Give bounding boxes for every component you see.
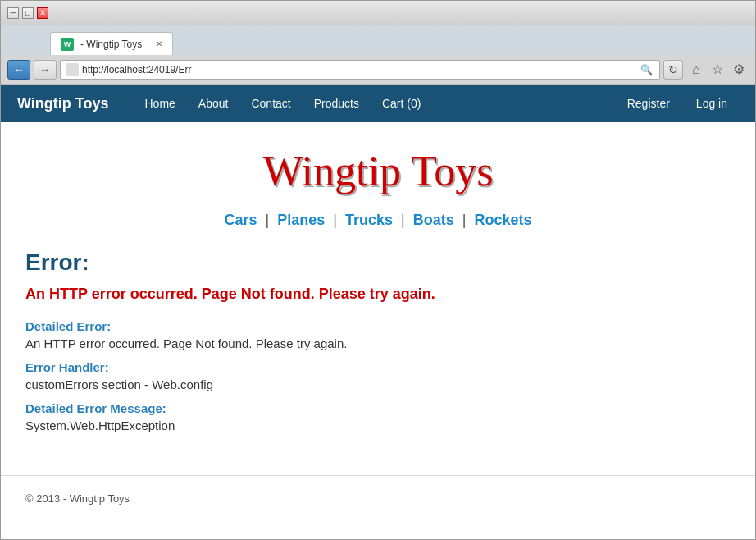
cart-link[interactable]: Cart (0): [371, 85, 432, 122]
back-button[interactable]: ←: [7, 60, 30, 80]
error-message-label: Detailed Error Message:: [25, 401, 731, 415]
about-link[interactable]: About: [187, 85, 240, 122]
site-title-text: Wingtip Toys: [263, 148, 494, 194]
toolbar-icons: ⌂ ☆ ⚙: [686, 60, 749, 80]
sep-4: |: [462, 212, 471, 228]
title-bar: ─ □ ✕: [1, 1, 755, 25]
rockets-category-link[interactable]: Rockets: [474, 212, 531, 228]
category-nav: Cars | Planes | Trucks | Boats | Rockets: [25, 212, 731, 229]
error-heading: Error:: [25, 249, 731, 276]
footer: © 2013 - Wingtip Toys: [1, 475, 755, 521]
cars-category-link[interactable]: Cars: [225, 212, 257, 228]
address-text[interactable]: http://localhost:24019/Err: [82, 64, 635, 76]
contact-link[interactable]: Contact: [239, 85, 302, 122]
register-link[interactable]: Register: [616, 85, 681, 122]
tab-label: - Wingtip Toys: [80, 39, 142, 50]
page-content: Wingtip Toys Home About Contact Products…: [1, 85, 755, 539]
favorites-icon[interactable]: ☆: [708, 60, 727, 80]
active-tab[interactable]: W - Wingtip Toys ✕: [50, 32, 173, 55]
site-title: Wingtip Toys: [25, 147, 731, 195]
error-handler-label: Error Handler:: [25, 360, 731, 374]
forward-button[interactable]: →: [34, 60, 57, 80]
settings-icon[interactable]: ⚙: [729, 60, 749, 80]
trucks-category-link[interactable]: Trucks: [345, 212, 393, 228]
close-button[interactable]: ✕: [37, 7, 48, 19]
sep-3: |: [401, 212, 409, 228]
navbar-links: Home About Contact Products Cart (0): [134, 85, 433, 122]
address-favicon: [66, 63, 79, 76]
address-input-wrap: http://localhost:24019/Err 🔍: [60, 60, 660, 80]
detailed-error-label: Detailed Error:: [25, 319, 731, 333]
tab-favicon: W: [61, 38, 74, 51]
navbar: Wingtip Toys Home About Contact Products…: [1, 85, 755, 122]
footer-text: © 2013 - Wingtip Toys: [25, 492, 130, 505]
minimize-button[interactable]: ─: [7, 7, 19, 19]
sep-1: |: [266, 212, 274, 228]
navbar-brand[interactable]: Wingtip Toys: [17, 95, 109, 112]
error-message-value: System.Web.HttpException: [25, 419, 731, 432]
address-bar: ← → http://localhost:24019/Err 🔍 ↻ ⌂ ☆ ⚙: [1, 55, 755, 85]
maximize-button[interactable]: □: [22, 7, 34, 19]
home-link[interactable]: Home: [134, 85, 187, 122]
address-search-icon[interactable]: 🔍: [638, 62, 654, 78]
boats-category-link[interactable]: Boats: [413, 212, 454, 228]
sep-2: |: [333, 212, 341, 228]
home-toolbar-icon[interactable]: ⌂: [686, 60, 706, 80]
refresh-button[interactable]: ↻: [663, 60, 683, 80]
navbar-right: Register Log in: [616, 85, 739, 122]
error-message: An HTTP error occurred. Page Not found. …: [25, 286, 731, 303]
tab-close-button[interactable]: ✕: [156, 39, 162, 48]
browser-frame: ─ □ ✕ W - Wingtip Toys ✕ ← → http://loca…: [0, 0, 756, 540]
detailed-error-value: An HTTP error occurred. Page Not found. …: [25, 336, 731, 350]
planes-category-link[interactable]: Planes: [277, 212, 325, 228]
login-link[interactable]: Log in: [685, 85, 739, 122]
tab-bar: W - Wingtip Toys ✕: [1, 25, 755, 55]
products-link[interactable]: Products: [303, 85, 371, 122]
main-content: Wingtip Toys Cars | Planes | Trucks | Bo…: [1, 122, 755, 459]
error-handler-value: customErrors section - Web.config: [25, 378, 731, 391]
window-controls: ─ □ ✕: [7, 7, 48, 19]
